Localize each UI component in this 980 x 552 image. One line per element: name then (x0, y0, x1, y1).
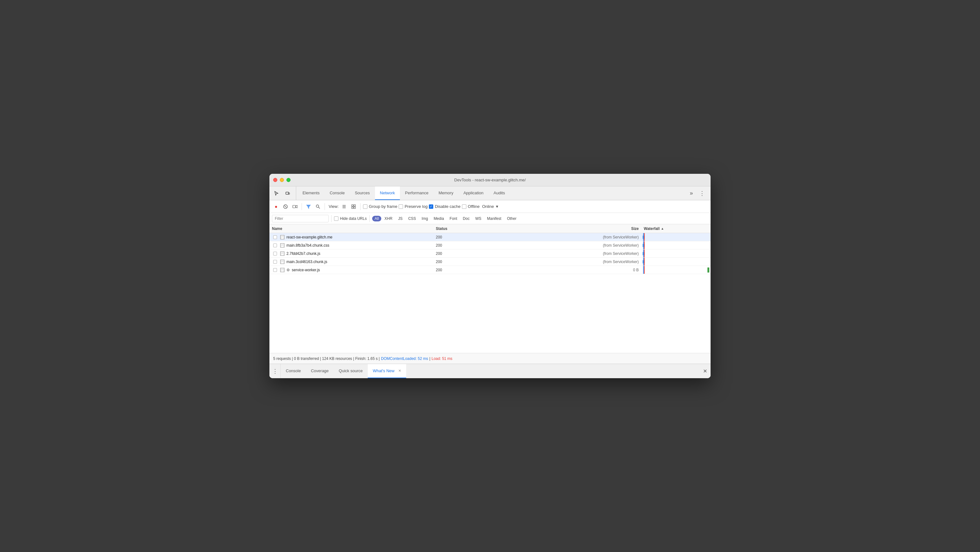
tab-elements[interactable]: Elements (298, 187, 325, 200)
row-status-4: 200 (433, 260, 496, 264)
row-checkbox-5 (272, 268, 278, 272)
close-button[interactable] (273, 178, 277, 182)
row-status-1: 200 (433, 235, 496, 239)
filter-manifest[interactable]: Manifest (485, 216, 504, 222)
group-by-frame-checkbox[interactable] (363, 204, 368, 209)
close-whats-new-icon[interactable]: ✕ (398, 369, 401, 373)
filter-input[interactable] (275, 216, 326, 221)
filter-xhr[interactable]: XHR (382, 216, 395, 222)
drawer-tab-console[interactable]: Console (281, 364, 306, 378)
table-row[interactable]: ⚙ service-worker.js 200 0 B (269, 266, 711, 274)
tab-memory[interactable]: Memory (434, 187, 458, 200)
toolbar-separator-2 (325, 203, 325, 210)
svg-rect-24 (281, 252, 284, 255)
table-row[interactable]: main.8fb3a7b4.chunk.css 200 (from Servic… (269, 241, 711, 249)
waterfall-line-blue (643, 266, 644, 274)
filter-css[interactable]: CSS (406, 216, 418, 222)
row-name-1: react-sw-example.glitch.me (269, 235, 433, 239)
filter-img[interactable]: Img (419, 216, 430, 222)
svg-rect-12 (352, 205, 353, 206)
cursor-icon[interactable] (272, 189, 281, 198)
devtools-body: Elements Console Sources Network Perform… (269, 187, 711, 378)
col-header-status[interactable]: Status (433, 227, 496, 231)
drawer-close-button[interactable]: ✕ (699, 364, 711, 378)
col-header-name[interactable]: Name (269, 227, 433, 231)
tab-network[interactable]: Network (375, 187, 400, 200)
waterfall-line-red (644, 249, 645, 257)
clear-button[interactable] (282, 203, 290, 211)
row-status-5: 200 (433, 268, 496, 272)
svg-point-7 (317, 205, 319, 207)
main-tabs: Elements Console Sources Network Perform… (298, 187, 687, 200)
fullscreen-button[interactable] (286, 178, 291, 182)
drawer-tab-coverage[interactable]: Coverage (306, 364, 334, 378)
device-toolbar-icon[interactable] (283, 189, 292, 198)
row-checkbox-2 (272, 244, 278, 247)
hide-data-urls-group: Hide data URLs (334, 216, 367, 221)
status-separator: | (429, 356, 430, 361)
search-button[interactable] (314, 203, 322, 211)
svg-rect-32 (281, 268, 284, 272)
filter-button[interactable] (304, 203, 313, 211)
dom-content-loaded-link[interactable]: DOMContentLoaded: 52 ms (381, 356, 428, 361)
toolbar-separator-3 (360, 203, 361, 210)
filter-js[interactable]: JS (396, 216, 405, 222)
filter-other[interactable]: Other (504, 216, 519, 222)
minimize-button[interactable] (280, 178, 284, 182)
devtools-menu-button[interactable]: ⋮ (696, 187, 708, 200)
tab-console[interactable]: Console (325, 187, 350, 200)
disable-cache-label: Disable cache (435, 204, 461, 209)
table-row[interactable]: 2.7fdd42b7.chunk.js 200 (from ServiceWor… (269, 249, 711, 258)
doc-icon (280, 260, 285, 264)
disable-cache-checkbox[interactable]: ✓ (429, 204, 433, 209)
network-toolbar: ● (269, 200, 711, 213)
svg-line-8 (318, 207, 320, 209)
col-header-waterfall[interactable]: Waterfall ▲ (641, 227, 711, 231)
filter-font[interactable]: Font (447, 216, 460, 222)
table-row[interactable]: main.3cd46163.chunk.js 200 (from Service… (269, 258, 711, 266)
drawer-tab-quick-source[interactable]: Quick source (334, 364, 368, 378)
filter-ws[interactable]: WS (473, 216, 484, 222)
tab-audits[interactable]: Audits (488, 187, 510, 200)
filter-input-wrap (272, 215, 329, 222)
row-waterfall-2 (641, 241, 711, 249)
col-header-size[interactable]: Size (496, 227, 641, 231)
toolbar-separator-1 (302, 203, 302, 210)
drawer-tabs: Console Coverage Quick source What's New… (281, 364, 406, 378)
filter-media[interactable]: Media (431, 216, 447, 222)
more-tabs-button[interactable]: » (687, 187, 696, 200)
waterfall-line-blue (643, 258, 644, 266)
offline-checkbox[interactable] (462, 204, 466, 209)
offline-label: Offline (468, 204, 480, 209)
throttle-dropdown-arrow[interactable]: ▼ (495, 204, 499, 209)
list-view-button[interactable] (340, 203, 348, 211)
svg-rect-16 (281, 235, 284, 239)
row-size-2: (from ServiceWorker) (496, 243, 641, 247)
tab-application[interactable]: Application (458, 187, 489, 200)
waterfall-line-blue (643, 249, 644, 257)
tab-performance[interactable]: Performance (400, 187, 433, 200)
load-link[interactable]: Load: 51 ms (432, 356, 452, 361)
tab-sources[interactable]: Sources (350, 187, 375, 200)
filter-all[interactable]: All (372, 216, 381, 222)
detail-view-button[interactable] (350, 203, 358, 211)
status-text: 5 requests | 0 B transferred | 124 KB re… (273, 356, 380, 361)
traffic-lights (273, 178, 291, 182)
row-size-3: (from ServiceWorker) (496, 251, 641, 256)
svg-rect-15 (354, 207, 355, 209)
video-button[interactable] (291, 203, 299, 211)
preserve-log-checkbox[interactable] (399, 204, 403, 209)
drawer-tab-whats-new[interactable]: What's New ✕ (368, 364, 406, 378)
online-label: Online (482, 204, 494, 209)
filter-separator-2 (369, 215, 370, 222)
hide-data-urls-checkbox[interactable] (334, 216, 339, 221)
view-label: View: (329, 204, 339, 209)
table-row[interactable]: react-sw-example.glitch.me 200 (from Ser… (269, 233, 711, 241)
hide-data-urls-label: Hide data URLs (340, 216, 367, 221)
row-status-2: 200 (433, 243, 496, 247)
record-button[interactable]: ● (272, 203, 280, 211)
doc-icon (280, 235, 285, 239)
svg-rect-14 (352, 207, 353, 209)
filter-doc[interactable]: Doc (460, 216, 472, 222)
drawer-menu-button[interactable]: ⋮ (269, 364, 281, 378)
